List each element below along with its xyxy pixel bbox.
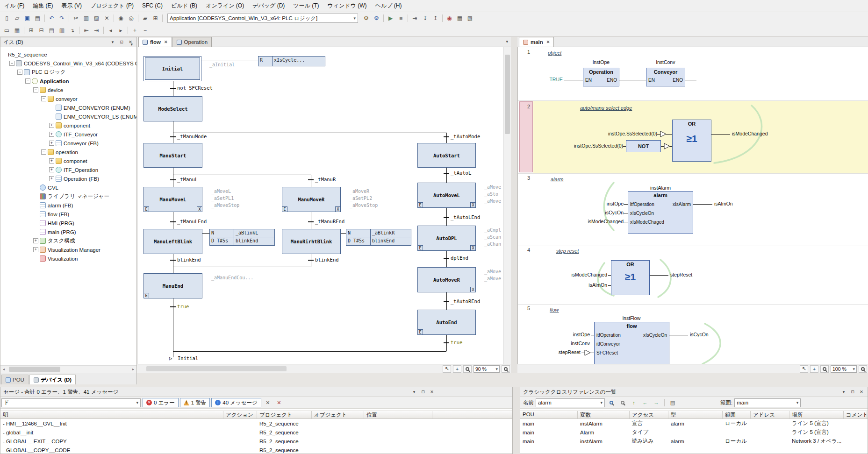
print-icon[interactable]: ▤ bbox=[668, 398, 677, 407]
pin-icon[interactable]: ⊡ bbox=[420, 389, 426, 395]
sfc-transition-tick[interactable] bbox=[444, 342, 449, 343]
undo-icon[interactable]: ↶ bbox=[47, 14, 57, 23]
sfc-transition-label[interactable]: _tAutoL bbox=[451, 170, 471, 176]
sfc-action-block[interactable]: N_aBlinkLD T#5sblinkEnd bbox=[209, 229, 275, 246]
tree-item[interactable]: +ITF_Operation bbox=[0, 165, 136, 174]
fbd-editor[interactable]: 12345objectinstOpeinstConvTRUEauto/manu … bbox=[517, 47, 868, 364]
sfc-transition-tick[interactable] bbox=[170, 221, 176, 222]
scrollbar-thumb[interactable] bbox=[9, 367, 60, 372]
fbd-operand-label[interactable]: instOpe bbox=[573, 332, 590, 337]
tree-item[interactable]: ENM_CONVEYOR (ENUM) bbox=[0, 103, 136, 112]
tree-item[interactable]: flow (FB) bbox=[0, 210, 136, 219]
pin-icon[interactable]: ⊡ bbox=[118, 39, 125, 45]
move-up-icon[interactable]: ↑ bbox=[629, 398, 638, 407]
close-tab-icon[interactable]: ✕ bbox=[546, 40, 550, 44]
tree-item[interactable]: Visualization bbox=[0, 254, 136, 263]
call-stack-icon[interactable]: ▦ bbox=[455, 14, 465, 23]
new-project-icon[interactable]: ▯ bbox=[2, 14, 12, 23]
panel-dropdown-icon[interactable]: ▾ bbox=[411, 389, 417, 395]
collapse-icon[interactable]: − bbox=[9, 61, 14, 66]
navigate-forward-icon[interactable]: → bbox=[652, 398, 661, 407]
crossref-column-header[interactable]: 範囲 bbox=[723, 411, 751, 419]
sfc-transition-label[interactable]: _tAutoLEnd bbox=[451, 214, 480, 220]
sfc-transition-label[interactable]: _tAutoMode bbox=[451, 134, 480, 139]
build-icon[interactable]: ⚙ bbox=[361, 14, 371, 23]
sfc-transition-label[interactable]: _tManuLEnd bbox=[177, 219, 207, 224]
fbd-operand-label[interactable]: instOpe bbox=[607, 201, 624, 206]
fbd-operand-label[interactable]: isCycOn bbox=[690, 332, 709, 337]
collapse-icon[interactable]: − bbox=[33, 87, 38, 92]
network-label[interactable]: alarm bbox=[551, 177, 564, 182]
sfc-transition-label[interactable]: _tManuMode bbox=[177, 134, 207, 139]
fbd-operand-label[interactable]: instOpe.SsSelected(0) bbox=[574, 143, 623, 149]
step-into-icon[interactable]: ↧ bbox=[420, 14, 430, 23]
tree-item[interactable]: +Conveyor (FB) bbox=[0, 139, 136, 148]
sfc-transition-tick[interactable] bbox=[170, 136, 176, 137]
monitor-icon[interactable]: ▭ bbox=[2, 26, 12, 35]
sfc-vertical-scrollbar[interactable] bbox=[503, 47, 511, 364]
tree-item[interactable]: −CODESYS_Control_Win_V3_x64 (CODESYS Con… bbox=[0, 59, 136, 68]
tree-item[interactable]: +Operation (FB) bbox=[0, 174, 136, 183]
sfc-step-ManuStart[interactable]: ManuStart bbox=[143, 143, 202, 168]
expand-icon[interactable]: + bbox=[49, 158, 54, 163]
generate-code-icon[interactable]: ⚙ bbox=[372, 14, 381, 23]
expand-icon[interactable]: + bbox=[49, 141, 54, 146]
tree-item[interactable]: +ITF_Conveyor bbox=[0, 130, 136, 139]
navigate-back-icon[interactable]: ← bbox=[640, 398, 650, 407]
corner-zoom-icon[interactable] bbox=[859, 365, 867, 373]
sfc-action-block[interactable]: N_aBlinkRD T#5sblinkEnd bbox=[346, 229, 411, 246]
find-icon[interactable]: ◉ bbox=[116, 14, 126, 23]
insert-step-transition-icon[interactable]: ⊞ bbox=[26, 26, 36, 35]
close-tab-icon[interactable]: ✕ bbox=[164, 40, 168, 44]
sfc-transition-label[interactable]: blinkEnd bbox=[177, 257, 201, 262]
crossref-column-header[interactable]: アクセス bbox=[630, 411, 668, 419]
messages-column-header[interactable]: プロジェクト bbox=[257, 411, 312, 419]
menu-item[interactable]: 編集 (E) bbox=[29, 0, 57, 12]
clear-messages-icon[interactable]: ✕ bbox=[263, 398, 273, 407]
message-row[interactable]: - GLOBAL__EXIT__COPYR5_2_sequence bbox=[0, 437, 512, 446]
scroll-right-icon[interactable]: ▸ bbox=[130, 367, 136, 372]
fbd-operand-label[interactable]: stepReset bbox=[559, 349, 581, 355]
search-icon[interactable] bbox=[607, 398, 616, 407]
zoom-icon[interactable] bbox=[820, 365, 829, 373]
fbd-operand-label[interactable]: stepReset bbox=[670, 272, 692, 277]
network-label[interactable]: object bbox=[548, 50, 561, 56]
tree-item[interactable]: R5_2_sequence bbox=[0, 50, 136, 59]
select-cursor-icon[interactable]: ↖ bbox=[800, 365, 808, 373]
close-icon[interactable]: ✕ bbox=[858, 389, 865, 395]
messages-column-header[interactable]: オブジェクト bbox=[312, 411, 364, 419]
fbd-operand-label[interactable]: instFlow bbox=[623, 315, 641, 321]
crossref-column-header[interactable]: 場所 bbox=[789, 411, 844, 419]
filter-error-button[interactable]: ✕0 エラー bbox=[143, 398, 179, 407]
sfc-transition-tick[interactable] bbox=[170, 260, 176, 261]
sfc-transition-tick[interactable] bbox=[444, 301, 449, 302]
bookmark-icon[interactable]: ▰ bbox=[140, 14, 150, 23]
collapse-icon[interactable]: − bbox=[41, 96, 46, 101]
next-message-icon[interactable]: ▸ bbox=[116, 26, 126, 35]
menu-item[interactable]: ツール (T) bbox=[289, 0, 323, 12]
filter-warning-button[interactable]: !1 警告 bbox=[180, 398, 210, 407]
pin-icon[interactable]: ⊡ bbox=[849, 389, 856, 395]
tree-horizontal-scrollbar[interactable]: ◂ ▸ bbox=[0, 365, 136, 373]
tree-item[interactable]: −Application bbox=[0, 77, 136, 85]
fbd-operand-label[interactable]: instConv bbox=[656, 59, 675, 65]
align-right-icon[interactable]: ⇥ bbox=[92, 26, 101, 35]
tree-item[interactable]: +component bbox=[0, 121, 136, 130]
tree-item[interactable]: −PLC ロジック bbox=[0, 68, 136, 77]
sfc-transition-label[interactable]: blinkEnd bbox=[315, 257, 339, 262]
crossref-row[interactable]: maininstAlarm宣言alarmローカルライン 5 (宣言) bbox=[520, 419, 868, 428]
fbd-operand-label[interactable]: isModeChanged bbox=[572, 272, 607, 277]
expand-icon[interactable]: + bbox=[49, 132, 54, 137]
fbd-box-OR[interactable]: OR≥1 bbox=[611, 260, 650, 295]
message-row[interactable]: - GLOBAL__COPY__CODER5_2_sequence bbox=[0, 446, 512, 454]
cut-icon[interactable]: ✂ bbox=[71, 14, 81, 23]
panel-dropdown-icon[interactable]: ▾ bbox=[840, 389, 847, 395]
sfc-step-Initial[interactable]: Initial bbox=[143, 56, 201, 81]
sfc-transition-label[interactable]: not SFCReset bbox=[177, 85, 213, 91]
sfc-transition-label[interactable]: _tManuL bbox=[177, 177, 198, 182]
zoom-icon[interactable] bbox=[463, 365, 472, 373]
sfc-transition-label[interactable]: _tManuR bbox=[315, 177, 336, 182]
tree-item[interactable]: +Visualization Manager bbox=[0, 245, 136, 254]
sfc-step-AutoMoveL[interactable]: AutoMoveLEX bbox=[417, 183, 476, 208]
insert-association-icon[interactable]: ▥ bbox=[57, 26, 67, 35]
